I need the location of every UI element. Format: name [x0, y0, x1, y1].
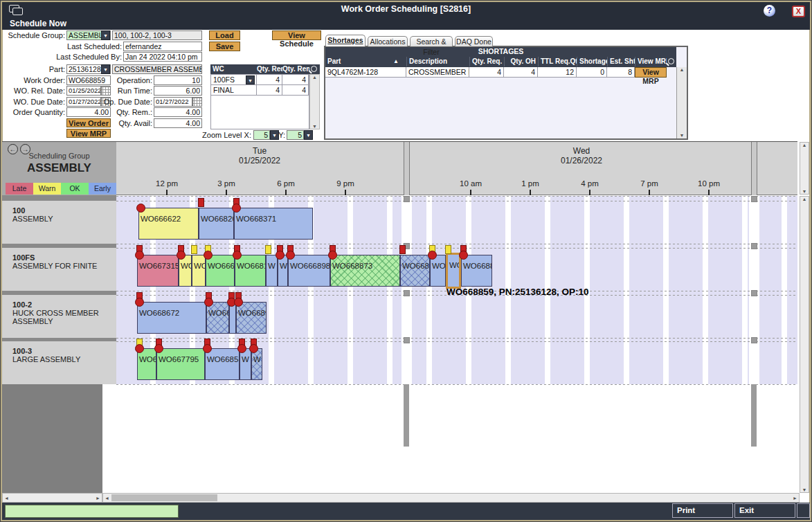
description-cell: CROSSMEMBER FRONT	[406, 67, 469, 78]
scroll-down-icon[interactable]: ▼	[310, 124, 319, 129]
day-separator-handle[interactable]	[404, 142, 410, 195]
red-circle-marker	[136, 204, 145, 213]
gantt-bar[interactable]: WO667315	[137, 255, 179, 287]
scroll-up-icon[interactable]: ▲	[677, 67, 687, 72]
chart-hscrollbar[interactable]: ◄ ►	[102, 493, 800, 503]
gantt-bar[interactable]: WO66820	[199, 208, 234, 240]
description-col-header[interactable]: Description	[406, 57, 469, 66]
gantt-bar-label: WO	[449, 261, 461, 269]
est-shtg-col-header[interactable]: Est. Shtg.	[607, 57, 635, 66]
header-vscrollbar[interactable]: ▲ ▼	[800, 142, 809, 195]
print-button[interactable]: Print	[672, 503, 733, 518]
scroll-left-icon[interactable]: ◄	[4, 496, 9, 501]
gantt-bar[interactable]: WO668	[400, 255, 430, 287]
run-time-field[interactable]: 6.00	[154, 86, 202, 96]
day-separator-notch	[751, 243, 757, 249]
shortage-col-header[interactable]: Shortage	[577, 57, 607, 66]
part-cell: 9QL4762M-128	[325, 67, 406, 78]
red-circle-marker	[135, 344, 144, 353]
gantt-bar[interactable]: WO	[446, 253, 461, 289]
wc-table-scrollbar[interactable]: ▲ ▼	[309, 74, 320, 129]
scroll-down-icon[interactable]: ▼	[800, 189, 809, 194]
ttl-req-qty-cell: 12	[538, 67, 577, 78]
gantt-bar-label: W	[242, 355, 249, 363]
labels-hscrollbar[interactable]: ◄ ►	[2, 493, 102, 503]
day-separator-handle[interactable]	[751, 142, 757, 195]
exit-button[interactable]: Exit	[734, 503, 795, 518]
wc-table-body: 100FS ▼ 4 4 FINAL 4 4	[210, 74, 309, 129]
op-due-date-calendar-icon[interactable]	[192, 97, 202, 107]
scroll-right-icon[interactable]: ►	[96, 496, 100, 501]
gantt-bar[interactable]: WO	[192, 255, 206, 287]
gantt-row-label[interactable]: 100ASSEMBLY	[2, 201, 116, 244]
operation-field[interactable]: 10	[154, 75, 202, 85]
gantt-bar[interactable]: W	[266, 255, 278, 287]
gantt-bar-label: W	[268, 262, 276, 270]
gantt-bar[interactable]: WO666622	[138, 208, 199, 240]
gantt-bar-label: WO668371	[236, 215, 276, 223]
gantt-bar-label: WO667315	[139, 262, 179, 270]
gantt-bar[interactable]: WO668672	[137, 302, 206, 334]
gantt-bar[interactable]: WO666898	[288, 255, 330, 287]
gantt-bar-label: WO6689	[238, 309, 267, 317]
scroll-up-icon[interactable]: ▲	[800, 143, 809, 147]
last-scheduled-by-field[interactable]: Jan 24 2022 04:10 pm	[123, 52, 202, 62]
zoom-y-field[interactable]: 5	[287, 130, 304, 140]
gantt-bar[interactable]: WO668371	[234, 208, 313, 240]
gantt-bar[interactable]: WO6689	[236, 302, 267, 334]
gantt-bar[interactable]: WO66858	[205, 348, 240, 380]
view-schedule-button[interactable]: View Schedule	[272, 30, 321, 40]
order-quantity-label: Order Quantity:	[4, 107, 65, 117]
schedule-group-dropdown-icon[interactable]: ▼	[101, 30, 110, 40]
op-due-date-field[interactable]: 01/27/2022	[154, 97, 192, 107]
zoom-x-field[interactable]: 5	[253, 130, 270, 140]
red-circle-marker	[232, 204, 241, 213]
tab-shortages[interactable]: Shortages	[325, 35, 366, 46]
tab-daq-done[interactable]: DAQ Done	[455, 36, 493, 46]
gantt-bar[interactable]: WO667795	[156, 348, 205, 380]
row-divider-line	[116, 201, 797, 201]
shortages-search-icon[interactable]	[668, 58, 674, 64]
gantt-row-label[interactable]: 100FSASSEMBLY FOR FINITE	[2, 248, 116, 291]
qty-rem-field[interactable]: 4.00	[154, 107, 202, 117]
tab-search-filter[interactable]: Search & Filter	[410, 36, 453, 46]
part-dropdown-icon[interactable]: ▼	[101, 64, 110, 74]
view-mrp-col-header[interactable]: View MRP	[635, 57, 667, 66]
gantt-row-label[interactable]: 100-3LARGE ASSEMBLY	[2, 341, 116, 384]
close-button[interactable]: X	[792, 6, 805, 17]
view-mrp-button[interactable]: View MRP	[66, 129, 111, 138]
gantt-bar[interactable]: WO6688	[461, 255, 492, 287]
gantt-bar-label: WO667795	[159, 355, 199, 363]
gantt-bar[interactable]: WO6681	[235, 255, 266, 287]
scroll-right-icon[interactable]: ►	[793, 496, 797, 501]
load-button[interactable]: Load	[209, 30, 240, 40]
scroll-left-icon[interactable]: ◄	[105, 496, 109, 501]
qty-req-col-header[interactable]: Qty. Req.	[469, 57, 504, 66]
wc-dropdown-icon[interactable]: ▼	[246, 75, 255, 84]
scroll-down-icon[interactable]: ▼	[677, 133, 687, 138]
hscrollbar-thumb[interactable]	[111, 494, 217, 501]
shortages-row[interactable]: 9QL4762M-128 CROSSMEMBER FRONT 4 4 12 0 …	[325, 67, 676, 78]
chart-vscrollbar[interactable]: ▲ ▼	[800, 196, 809, 493]
row-name: ASSEMBLY FOR FINITE	[12, 262, 102, 270]
row-view-mrp-button[interactable]: View MRP	[635, 67, 667, 78]
save-button[interactable]: Save	[209, 42, 240, 51]
wc-search-icon[interactable]	[311, 66, 317, 72]
help-button[interactable]: ?	[764, 5, 775, 17]
wc-cell[interactable]: FINAL	[211, 85, 257, 96]
gantt-bar[interactable]: WO666	[206, 255, 235, 287]
zoom-y-dropdown-icon[interactable]: ▼	[304, 130, 313, 140]
shortages-scrollbar[interactable]: ▲ ▼	[676, 67, 687, 138]
qty-oh-col-header[interactable]: Qty. OH	[504, 57, 538, 66]
scroll-up-icon[interactable]: ▲	[800, 197, 809, 201]
scroll-up-icon[interactable]: ▲	[310, 75, 319, 80]
ttl-req-qty-col-header[interactable]: TTL Req.Qty	[538, 57, 577, 66]
qty-avail-field[interactable]: 4.00	[154, 118, 202, 128]
last-scheduled-field[interactable]: efernandez	[123, 42, 202, 51]
tab-allocations[interactable]: Allocations	[368, 36, 408, 46]
gantt-bar[interactable]: WO66	[206, 302, 229, 334]
gantt-bar[interactable]: WO668873	[330, 255, 400, 287]
scroll-down-icon[interactable]: ▼	[800, 487, 809, 492]
gantt-row-label[interactable]: 100-2HUCK CROSS MEMBER ASSEMBLY	[2, 295, 116, 338]
wc-table-header: WC Qty. Req. Qty. Rem	[210, 64, 320, 74]
